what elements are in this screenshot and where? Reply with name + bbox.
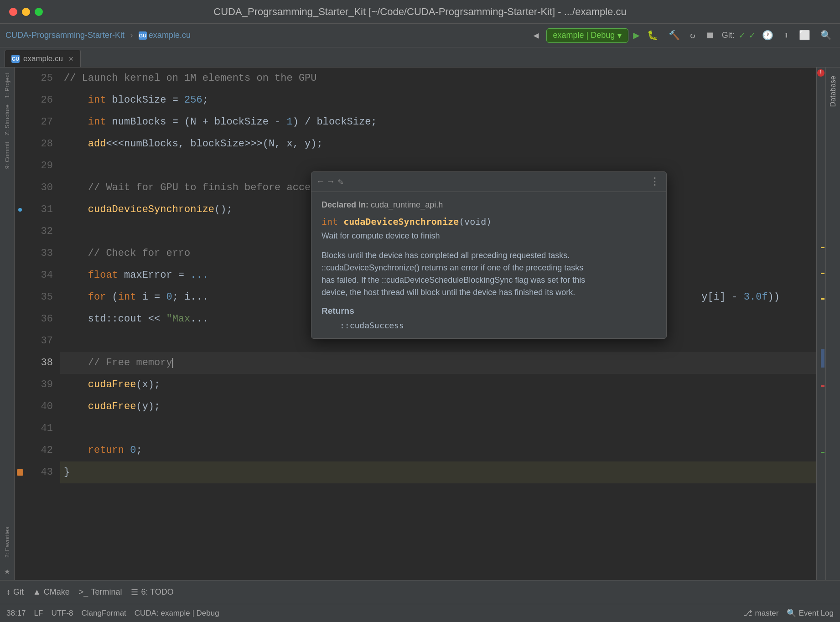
gutter-42 xyxy=(15,440,24,461)
maximize-button[interactable] xyxy=(35,8,43,16)
code-line-39: cudaFree (x); xyxy=(60,374,816,396)
status-charset[interactable]: UTF-8 xyxy=(51,609,73,618)
scroll-marker-warning2 xyxy=(821,273,824,274)
fold-marker[interactable] xyxy=(17,469,23,476)
ln-36: 36 xyxy=(24,308,60,330)
popup-signature: int cudaDeviceSynchronize(void) xyxy=(321,216,656,227)
ln-42: 42 xyxy=(24,440,60,461)
chevron-down-icon: ▾ xyxy=(617,31,622,41)
tab-example-cu[interactable]: GU example.cu ✕ xyxy=(5,50,81,67)
gutter-28 xyxy=(15,133,24,155)
ln-26: 26 xyxy=(24,89,60,111)
code-line-43: } xyxy=(60,461,816,483)
gutter-33 xyxy=(15,243,24,264)
ln-25: 25 xyxy=(24,67,60,89)
bottombar-todo[interactable]: ☰ 6: TODO xyxy=(131,587,173,597)
gutter-43 xyxy=(15,461,24,483)
ln-37: 37 xyxy=(24,330,60,352)
gutter-40 xyxy=(15,396,24,418)
charset-label: UTF-8 xyxy=(51,609,73,618)
status-context: CUDA: example | Debug xyxy=(135,609,219,618)
titlebar: CUDA_Progrsamming_Starter_Kit [~/Code/CU… xyxy=(0,0,840,24)
status-branch[interactable]: ⎇ master xyxy=(743,608,778,618)
code-line-25: // Launch kernel on 1M elements on the G… xyxy=(60,67,816,89)
documentation-popup: ← → ✎ ⋮ Declared In: cuda_runtime_api.h … xyxy=(311,171,667,339)
code-line-40: cudaFree (y); xyxy=(60,396,816,418)
bottombar-cmake[interactable]: ▲ CMake xyxy=(33,587,70,597)
line-numbers: 25 26 27 28 29 30 31 32 33 34 35 36 37 3… xyxy=(24,67,60,580)
code-area[interactable]: // Launch kernel on 1M elements on the G… xyxy=(60,67,816,580)
debug-button[interactable]: 🐛 xyxy=(644,28,661,43)
code-line-42: return 0 ; xyxy=(60,440,816,461)
run-button[interactable]: ▶ xyxy=(633,29,639,42)
status-event-log[interactable]: 🔍 Event Log xyxy=(787,608,834,618)
gutter-35 xyxy=(15,286,24,308)
git-check-icon: ✓ xyxy=(739,30,745,41)
sidebar-item-structure[interactable]: Z: Structure xyxy=(2,103,12,137)
comment-25: // Launch kernel on 1M elements on the G… xyxy=(64,73,317,83)
bottom-toolbar: ↕ Git ▲ CMake >_ Terminal ☰ 6: TODO xyxy=(0,580,840,604)
branch-label: master xyxy=(755,609,778,618)
left-sidebar: 1: Project Z: Structure 9: Commit 2: Fav… xyxy=(0,67,15,580)
popup-forward-button[interactable]: → xyxy=(328,176,333,187)
popup-declared: Declared In: cuda_runtime_api.h xyxy=(321,200,656,210)
run-config-label: example | Debug xyxy=(553,31,615,40)
file-name[interactable]: GU example.cu xyxy=(139,31,191,40)
ln-32: 32 xyxy=(24,221,60,243)
ln-30: 30 xyxy=(24,177,60,199)
git-push-button[interactable]: ⬆ xyxy=(781,28,792,43)
gutter-26 xyxy=(15,89,24,111)
gutter-32 xyxy=(15,221,24,243)
sidebar-item-commit[interactable]: 9: Commit xyxy=(2,140,12,171)
sidebar-item-favorites[interactable]: 2: Favorites xyxy=(2,525,12,560)
scroll-marker-ok xyxy=(821,452,824,453)
lf-label: LF xyxy=(34,609,43,618)
git-menu-button[interactable]: ⬜ xyxy=(796,28,813,43)
file-name-label: example.cu xyxy=(149,31,191,40)
gutter-25 xyxy=(15,67,24,89)
status-lf[interactable]: LF xyxy=(34,609,43,618)
text-cursor xyxy=(172,358,173,368)
bottombar-terminal[interactable]: >_ Terminal xyxy=(79,587,122,597)
scroll-marker-error xyxy=(821,385,824,387)
favorites-star-icon[interactable]: ★ xyxy=(1,562,13,580)
back-button[interactable]: ◀ xyxy=(531,28,542,43)
scrollbar-track[interactable]: ! xyxy=(816,67,825,580)
sidebar-item-project[interactable]: 1: Project xyxy=(2,71,12,100)
bottombar-git[interactable]: ↕ Git xyxy=(6,587,24,597)
git-history-button[interactable]: 🕐 xyxy=(759,28,776,43)
scroll-marker-warning3 xyxy=(821,298,824,300)
code-line-27: int numBlocks = (N + blockSize - 1 ) / b… xyxy=(60,111,816,133)
ln-43: 43 xyxy=(24,461,60,483)
status-formatter[interactable]: ClangFormat xyxy=(82,609,126,618)
sidebar-item-database[interactable]: Database xyxy=(829,72,837,111)
tab-file-icon: GU xyxy=(11,55,20,63)
popup-toolbar: ← → ✎ ⋮ xyxy=(311,172,666,192)
ln-29: 29 xyxy=(24,155,60,177)
stop-button[interactable]: ⏹ xyxy=(703,28,717,43)
reload-button[interactable]: ↻ xyxy=(687,28,698,43)
tab-close-button[interactable]: ✕ xyxy=(68,55,74,62)
cmake-label: CMake xyxy=(44,587,70,597)
search-button[interactable]: 🔍 xyxy=(818,28,835,43)
gutter-27 xyxy=(15,111,24,133)
ln-35: 35 xyxy=(24,286,60,308)
main-toolbar: CUDA-Progrsamming-Starter-Kit › GU examp… xyxy=(0,24,840,47)
minimize-button[interactable] xyxy=(22,8,30,16)
breakpoint-marker[interactable] xyxy=(18,208,22,212)
project-name[interactable]: CUDA-Progrsamming-Starter-Kit xyxy=(5,31,124,40)
popup-back-button[interactable]: ← xyxy=(318,176,323,187)
scroll-thumb[interactable] xyxy=(821,349,824,368)
ln-40: 40 xyxy=(24,396,60,418)
run-config-button[interactable]: example | Debug ▾ xyxy=(546,28,629,43)
code-line-26: int blockSize = 256 ; xyxy=(60,89,816,111)
popup-edit-button[interactable]: ✎ xyxy=(338,176,343,187)
build-button[interactable]: 🔨 xyxy=(666,28,683,43)
editor-gutter xyxy=(15,67,24,580)
close-button[interactable] xyxy=(9,8,17,16)
error-badge: ! xyxy=(817,69,824,77)
popup-returns-label: Returns xyxy=(321,306,656,316)
popup-menu-button[interactable]: ⋮ xyxy=(650,176,660,188)
right-panel-sidebar: Database xyxy=(825,67,840,580)
code-line-38: // Free memory xyxy=(60,352,816,374)
